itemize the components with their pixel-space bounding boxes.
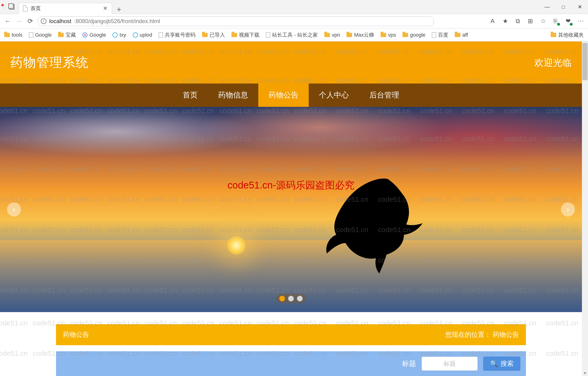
search-panel: 标题 🔍 搜索 <box>56 351 526 376</box>
search-button[interactable]: 🔍 搜索 <box>483 357 520 371</box>
bookmark-label: vpn <box>332 32 340 38</box>
scrollbar-thumb[interactable] <box>582 43 588 80</box>
page-icon <box>159 32 163 38</box>
close-window-button[interactable]: ✕ <box>572 1 588 13</box>
new-tab-button[interactable]: + <box>112 5 126 14</box>
welcome-text: 欢迎光临 <box>534 56 572 69</box>
vertical-scrollbar[interactable]: ▴ ▾ <box>582 42 588 376</box>
browser-tab-strip: 首页 ✕ + — □ ✕ <box>0 0 588 14</box>
bookmarks-overflow-label: 其他收藏夹 <box>558 31 584 39</box>
bookmark-label: tools <box>12 32 22 38</box>
bookmark-label: 共享账号密码 <box>165 31 196 39</box>
carousel-sun <box>227 236 246 255</box>
bookmark-item[interactable]: 百度 <box>432 31 448 39</box>
favorites-list-icon[interactable]: ☆ <box>539 18 546 25</box>
bookmark-label: aff <box>462 32 468 38</box>
carousel-dots <box>276 294 306 303</box>
bookmark-item[interactable]: aff <box>455 32 468 38</box>
page-content: 药物管理系统 欢迎光临 首页药物信息药物公告个人中心后台管理 code51.cn… <box>0 42 582 376</box>
bookmark-item[interactable]: vps <box>381 32 396 38</box>
bookmark-item[interactable]: google <box>402 32 425 38</box>
carousel-dot[interactable] <box>279 296 285 301</box>
carousel-next-button[interactable]: › <box>561 202 575 217</box>
bookmark-label: 宝藏 <box>66 31 76 39</box>
folder-icon <box>231 33 237 37</box>
close-icon[interactable]: ✕ <box>103 5 108 12</box>
bookmark-label: Google <box>35 32 52 38</box>
nav-item-2[interactable]: 药物公告 <box>258 84 309 107</box>
bookmark-item[interactable]: tools <box>4 32 22 38</box>
carousel-dot[interactable] <box>297 296 303 301</box>
reader-icon[interactable]: A <box>489 18 496 25</box>
hero-carousel: code51.cn-源码乐园盗图必究 ‹ › <box>0 107 582 312</box>
more-icon[interactable]: ⋯ <box>577 18 584 25</box>
address-path: :8080/djangojb526/front/index.html <box>74 18 160 24</box>
search-input[interactable] <box>422 357 478 371</box>
bookmark-item[interactable]: Max云梯 <box>346 31 374 39</box>
nav-item-1[interactable]: 药物信息 <box>208 84 258 107</box>
sync-icon[interactable]: ⎘ <box>552 18 559 25</box>
bookmark-label: 站长工具 - 站长之家 <box>272 31 318 39</box>
tabs-overview-icon[interactable] <box>9 4 14 10</box>
search-button-label: 搜索 <box>501 359 514 368</box>
bookmark-label: 百度 <box>438 31 448 39</box>
collections-icon[interactable]: ⊞ <box>527 18 534 25</box>
carousel-dot[interactable] <box>288 296 294 301</box>
globe-icon <box>133 32 138 38</box>
address-bar[interactable]: i localhost:8080/djangojb526/front/index… <box>37 16 434 26</box>
site-header: 药物管理系统 欢迎光临 <box>0 42 582 84</box>
page-icon <box>29 32 33 38</box>
address-bar-row: ← → ⟳ i localhost:8080/djangojb526/front… <box>0 14 588 29</box>
bookmark-label: txy <box>119 32 126 38</box>
folder-icon <box>381 33 386 37</box>
site-info-icon[interactable]: i <box>41 18 46 24</box>
bookmark-item[interactable]: txy <box>113 32 126 38</box>
bookmarks-overflow[interactable]: 其他收藏夹 <box>551 31 584 39</box>
main-nav: 首页药物信息药物公告个人中心后台管理 <box>0 84 582 107</box>
section-header: 药物公告 您现在的位置： 药物公告 <box>56 324 526 345</box>
bookmark-label: Max云梯 <box>354 31 374 39</box>
nav-item-0[interactable]: 首页 <box>172 84 208 107</box>
bookmark-item[interactable]: Google <box>82 32 106 38</box>
folder-icon <box>455 33 460 37</box>
bookmark-item[interactable]: Google <box>29 32 52 38</box>
window-buttons: — □ ✕ <box>539 1 588 13</box>
browser-tab-active[interactable]: 首页 ✕ <box>19 3 112 14</box>
section-title: 药物公告 <box>63 330 89 339</box>
nav-item-4[interactable]: 后台管理 <box>359 84 410 107</box>
search-field-label: 标题 <box>402 359 416 368</box>
tabs-container: 首页 ✕ + <box>19 0 126 14</box>
folder-icon <box>58 33 64 37</box>
bookmark-label: google <box>410 32 425 38</box>
bookmark-item[interactable]: vpn <box>324 32 340 38</box>
minimize-button[interactable]: — <box>539 1 555 13</box>
extensions-icon[interactable]: ⧉ <box>514 18 521 25</box>
bookmark-item[interactable]: 站长工具 - 站长之家 <box>266 31 318 39</box>
folder-icon <box>551 33 556 37</box>
bookmark-label: 视频下载 <box>239 31 260 39</box>
globe-icon <box>113 32 118 38</box>
folder-icon <box>346 33 352 37</box>
bookmark-item[interactable]: 视频下载 <box>231 31 260 39</box>
carousel-prev-button[interactable]: ‹ <box>7 202 21 217</box>
bookmark-item[interactable]: uplod <box>133 32 152 38</box>
maximize-button[interactable]: □ <box>555 1 572 13</box>
refresh-button[interactable]: ⟳ <box>26 17 34 25</box>
scroll-down-icon[interactable]: ▾ <box>582 370 588 376</box>
nav-item-3[interactable]: 个人中心 <box>309 84 359 107</box>
back-button[interactable]: ← <box>4 17 12 25</box>
search-icon: 🔍 <box>490 360 498 368</box>
forward-button[interactable]: → <box>15 17 23 25</box>
bookmark-label: Google <box>89 32 106 38</box>
breadcrumb: 您现在的位置： 药物公告 <box>445 330 519 339</box>
profile-icon[interactable] <box>2 4 7 10</box>
favorite-icon[interactable]: ★ <box>502 18 509 25</box>
bookmark-item[interactable]: 共享账号密码 <box>159 31 196 39</box>
wellbeing-icon[interactable]: ❤ <box>565 18 572 25</box>
bookmark-item[interactable]: 已导入 <box>202 31 225 39</box>
window-controls-left <box>0 4 16 10</box>
bookmark-item[interactable]: 宝藏 <box>58 31 76 39</box>
folder-icon <box>202 33 208 37</box>
bookmark-label: vps <box>388 32 396 38</box>
bookmarks-bar: toolsGoogle宝藏Googletxyuplod共享账号密码已导入视频下载… <box>0 29 588 42</box>
